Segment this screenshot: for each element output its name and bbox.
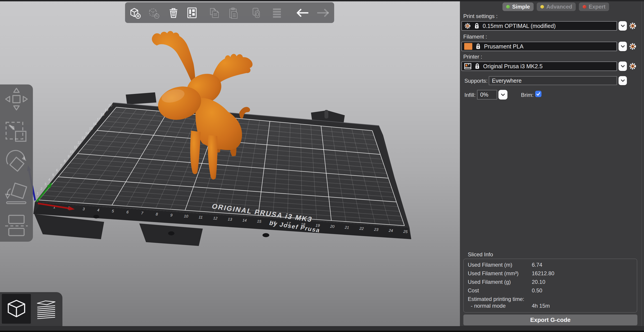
layers-view-button[interactable] [32,294,60,324]
gear-icon [629,62,636,70]
sliced-info-row-label: Used Filament (m) [468,262,512,268]
gear-icon [629,42,636,50]
mode-expert-button[interactable]: Expert [579,2,609,11]
object-toolbar [125,2,334,23]
filament-value: Prusament PLA [484,43,524,50]
add-object-icon [128,6,142,20]
brim-checkbox[interactable] [535,91,542,97]
sliced-info-row-label: Cost [468,287,479,294]
scene-canvas[interactable]: 1234567891011121314151617181920212223242… [0,0,460,326]
layers-view-icon [36,298,57,320]
expert-mode-icon [582,5,586,9]
ruler-number: 1 [36,191,39,195]
filament-dropdown-button[interactable] [618,42,627,51]
set-copies-button[interactable] [248,5,264,21]
3d-view-button[interactable] [2,294,31,324]
ruler-number: 16 [93,122,97,126]
ruler-number: 19 [104,108,108,112]
ruler-number: 8 [64,159,66,163]
export-gcode-button[interactable]: Export G-code [463,315,638,326]
printer-edit-button[interactable] [629,61,637,71]
infill-select[interactable]: 0% [477,90,497,100]
set-copies-icon [249,6,263,20]
ruler-number: 13 [228,217,232,222]
ruler-number: 17 [97,117,101,121]
supports-select[interactable]: Everywhere [489,76,617,85]
paste-icon [226,6,240,20]
move-icon [3,86,30,113]
print-settings-edit-button[interactable] [629,21,637,31]
place-on-face-button[interactable] [2,179,31,208]
move-button[interactable] [2,84,31,114]
ruler-number: 6 [56,168,58,172]
ruler-number: 6 [126,210,129,214]
ruler-number: 2 [40,187,42,191]
ruler-number: 23 [374,227,378,232]
moose-body [195,98,242,150]
ruler-number: 9 [67,154,70,158]
ruler-number: 15 [89,126,93,130]
supports-value: Everywhere [492,77,522,84]
rotate-icon [3,148,30,175]
chevron-down-icon [620,64,625,68]
print-settings-dropdown-button[interactable] [618,21,627,31]
viewport-3d[interactable]: 1234567891011121314151617181920212223242… [0,0,460,326]
sliced-info-row-value: 20.10 [532,279,545,285]
ruler-number: 10 [70,150,74,154]
chevron-down-icon [620,78,625,83]
filament-combo[interactable]: Prusament PLA [462,42,617,51]
mode-advanced-button[interactable]: Advanced [537,2,576,11]
filament-color-swatch [464,43,472,50]
paste-button[interactable] [226,5,241,21]
print-settings-value: 0.15mm OPTIMAL (modified) [483,23,556,29]
ruler-number: 3 [82,207,85,211]
ruler-number: 18 [100,112,104,116]
ruler-number: 14 [85,131,89,135]
supports-dropdown-button[interactable] [618,76,627,85]
ruler-number: 11 [74,145,78,149]
3d-view-icon [6,298,27,320]
copy-button[interactable] [206,5,222,21]
sliced-info-row-value: 4h 15m [532,303,550,309]
place-on-face-icon [3,180,30,207]
simple-mode-icon [506,5,510,9]
printer-combo[interactable]: Original Prusa i3 MK2.5 [462,61,617,71]
scale-icon [3,118,30,145]
settings-sidebar: Simple Advanced Expert Print settings : [460,0,644,326]
ruler-number: 9 [170,213,172,218]
moose-left-antler [152,31,196,84]
print-settings-combo[interactable]: 0.15mm OPTIMAL (modified) [462,21,617,31]
infill-dropdown-button[interactable] [498,90,508,100]
sliced-info-row-label: Used Filament (g) [468,279,511,285]
ruler-number: 25 [403,229,408,234]
redo-button[interactable] [315,5,331,21]
lock-icon [474,63,480,70]
mode-expert-label: Expert [588,3,606,10]
ruler-number: 11 [198,215,203,220]
split-layers-button[interactable] [269,5,285,21]
ruler-number: 10 [184,214,188,219]
rotate-button[interactable] [2,146,31,176]
infill-label: Infill: [464,92,476,98]
printer-dropdown-button[interactable] [618,61,627,71]
ruler-number: 21 [344,225,349,230]
ruler-number: 5 [112,209,114,214]
delete-all-icon [166,6,180,20]
split-layers-icon [270,6,284,20]
arrange-button[interactable] [184,5,200,21]
mode-switcher: Simple Advanced Expert [502,2,609,11]
ruler-number: 20 [108,103,112,107]
remove-object-button[interactable] [146,5,161,21]
chevron-down-icon [500,93,506,97]
undo-button[interactable] [294,5,310,21]
cut-button[interactable] [2,211,31,240]
mode-advanced-label: Advanced [546,3,572,10]
scale-button[interactable] [2,117,31,146]
brim-label: Brim: [521,92,534,98]
printer-value: Original Prusa i3 MK2.5 [483,63,542,70]
sliced-info-row-value: 16212.80 [532,270,554,277]
add-object-button[interactable] [127,5,143,21]
delete-all-button[interactable] [166,5,182,21]
mode-simple-button[interactable]: Simple [502,2,534,11]
filament-edit-button[interactable] [629,42,637,51]
